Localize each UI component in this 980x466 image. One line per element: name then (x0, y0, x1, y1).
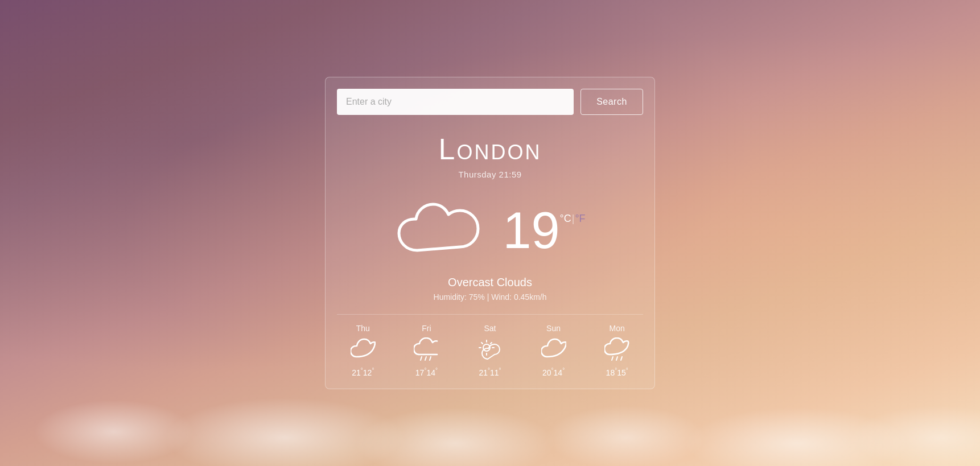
city-name: London (326, 132, 654, 166)
temperature-units: °C | °F (560, 213, 586, 225)
celsius-unit[interactable]: °C (560, 213, 571, 225)
current-weather-icon (394, 196, 485, 265)
svg-line-2 (430, 357, 431, 360)
forecast-day-thu: Thu (356, 324, 370, 333)
forecast-icon-thu (351, 337, 376, 362)
forecast-item-fri: Fri 17°14° (414, 324, 439, 377)
fahrenheit-unit[interactable]: °F (575, 213, 585, 225)
forecast-item-mon: Mon 18°15° (604, 324, 629, 377)
weather-description: Overcast Clouds (326, 276, 654, 289)
forecast-item-sat: Sat 21°11° (477, 324, 503, 377)
temperature-block: 19 °C | °F (503, 205, 585, 256)
forecast-temp-fri: 17°14° (415, 367, 438, 377)
svg-line-11 (616, 357, 617, 360)
forecast-temp-mon: 18°15° (606, 367, 628, 377)
weather-card: Search London Thursday 21:59 19 °C | °F … (325, 77, 655, 389)
forecast-item-sun: Sun 20°14° (541, 324, 566, 377)
forecast-icon-sat (477, 337, 503, 362)
svg-line-1 (425, 357, 426, 360)
search-input[interactable] (337, 89, 574, 115)
unit-separator: | (572, 213, 575, 225)
search-row: Search (326, 77, 654, 126)
forecast-temp-thu: 21°12° (352, 367, 374, 377)
forecast-temp-sat: 21°11° (479, 367, 501, 377)
forecast-row: Thu 21°12° Fri 17°14° Sat (326, 324, 654, 377)
svg-line-8 (481, 343, 483, 344)
datetime: Thursday 21:59 (326, 170, 654, 179)
forecast-icon-mon (604, 337, 629, 362)
temperature-value: 19 (503, 205, 559, 256)
svg-line-12 (621, 357, 622, 360)
forecast-divider (337, 314, 643, 315)
svg-line-9 (491, 343, 492, 344)
main-weather-block: 19 °C | °F (326, 196, 654, 265)
svg-line-10 (612, 357, 613, 360)
forecast-icon-fri (414, 337, 439, 362)
forecast-day-mon: Mon (610, 324, 625, 333)
forecast-item-thu: Thu 21°12° (351, 324, 376, 377)
forecast-day-sun: Sun (546, 324, 561, 333)
svg-line-0 (421, 357, 422, 360)
weather-details: Humidity: 75% | Wind: 0.45km/h (326, 292, 654, 302)
search-button[interactable]: Search (580, 89, 643, 115)
forecast-day-fri: Fri (422, 324, 431, 333)
forecast-temp-sun: 20°14° (542, 367, 565, 377)
forecast-icon-sun (541, 337, 566, 362)
forecast-day-sat: Sat (484, 324, 496, 333)
